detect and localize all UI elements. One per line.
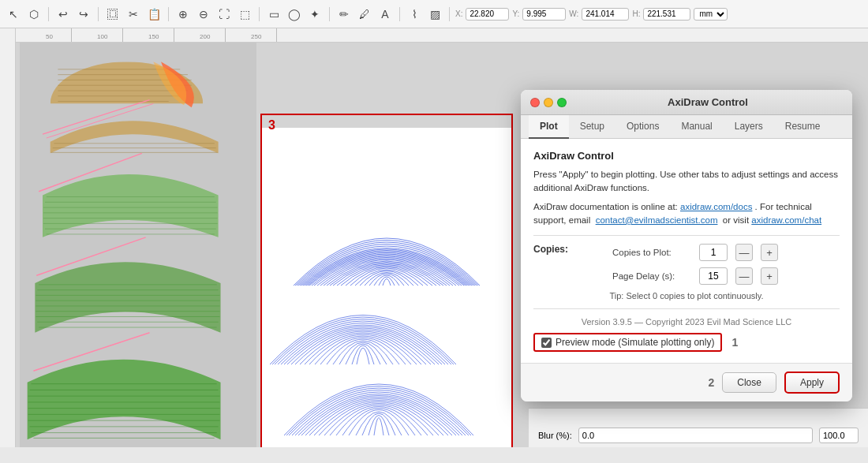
main-area: 50 100 150 200 250 bbox=[0, 28, 868, 447]
dialog-tabs: Plot Setup Options Manual Layers Resume bbox=[521, 115, 852, 139]
page-delay-input[interactable] bbox=[699, 267, 728, 285]
close-button[interactable]: Close bbox=[722, 372, 776, 393]
tip-text: Tip: Select 0 copies to plot continuousl… bbox=[533, 291, 840, 301]
copy-icon[interactable]: ⿴ bbox=[104, 6, 122, 23]
y-input[interactable] bbox=[522, 8, 566, 21]
copies-decrease-button[interactable]: — bbox=[735, 244, 753, 261]
preview-checkbox[interactable] bbox=[541, 338, 552, 348]
ruler-tick-50 bbox=[71, 28, 72, 42]
path-tool-icon[interactable]: ⌇ bbox=[406, 6, 423, 23]
tab-setup[interactable]: Setup bbox=[569, 115, 615, 139]
ruler-tick-250 bbox=[276, 28, 277, 42]
blur-panel: Blur (%): bbox=[529, 408, 868, 447]
canvas-area: 3 AxiDraw Control Plot Setup Options Man… bbox=[16, 43, 868, 447]
cut-icon[interactable]: ✂ bbox=[125, 6, 142, 23]
apply-button[interactable]: Apply bbox=[784, 372, 840, 394]
dialog-divider-1 bbox=[533, 235, 840, 236]
tab-resume[interactable]: Resume bbox=[774, 115, 832, 139]
delay-decrease-button[interactable]: — bbox=[735, 267, 753, 285]
ruler-tick-100 bbox=[122, 28, 123, 42]
x-input[interactable] bbox=[466, 8, 509, 21]
delay-increase-button[interactable]: + bbox=[761, 267, 778, 285]
dialog-description-2: AxiDraw documentation is online at: axid… bbox=[533, 200, 840, 228]
selection-annotation: 3 bbox=[268, 118, 275, 133]
dialog-minimize-button[interactable] bbox=[544, 98, 553, 107]
toolbar-separator-6 bbox=[399, 7, 400, 21]
gradient-tool-icon[interactable]: ▨ bbox=[426, 6, 443, 23]
selection-box: 3 bbox=[260, 114, 513, 447]
redo-icon[interactable]: ↪ bbox=[75, 6, 92, 23]
left-artwork bbox=[16, 43, 260, 447]
toolbar-separator-5 bbox=[329, 7, 330, 21]
rect-tool-icon[interactable]: ▭ bbox=[265, 6, 282, 23]
ruler-mark-150: 150 bbox=[148, 33, 159, 40]
annotation-2: 2 bbox=[708, 376, 714, 389]
zoom-in-icon[interactable]: ⊕ bbox=[174, 6, 192, 23]
copies-to-plot-row: Copies to Plot: — + bbox=[612, 244, 778, 261]
tab-manual[interactable]: Manual bbox=[670, 115, 723, 139]
docs-link[interactable]: axidraw.com/docs bbox=[680, 202, 752, 211]
ruler-tick-150 bbox=[174, 28, 174, 42]
chat-link[interactable]: axidraw.com/chat bbox=[751, 215, 821, 225]
zoom-select-icon[interactable]: ⬚ bbox=[236, 6, 253, 23]
circle-tool-icon[interactable]: ◯ bbox=[286, 6, 303, 23]
toolbar-separator-7 bbox=[449, 7, 450, 21]
node-tool-icon[interactable]: ⬡ bbox=[25, 6, 43, 23]
text-tool-icon[interactable]: A bbox=[376, 6, 394, 23]
dialog-maximize-button[interactable] bbox=[557, 98, 567, 107]
version-text: Version 3.9.5 — Copyright 2023 Evil Mad … bbox=[533, 317, 840, 327]
axidraw-dialog: AxiDraw Control Plot Setup Options Manua… bbox=[521, 90, 852, 401]
x-label: X: bbox=[455, 9, 462, 18]
h-input[interactable] bbox=[643, 8, 690, 21]
unit-selector[interactable]: mm px in bbox=[694, 8, 728, 21]
pen-tool-icon[interactable]: 🖊 bbox=[356, 6, 373, 23]
email-link[interactable]: contact@evilmadscientist.com bbox=[596, 215, 718, 225]
ruler-mark-250: 250 bbox=[251, 33, 261, 40]
ruler-mark-100: 100 bbox=[97, 33, 107, 40]
zoom-out-icon[interactable]: ⊖ bbox=[195, 6, 212, 23]
dialog-section-title: AxiDraw Control bbox=[533, 150, 840, 162]
main-toolbar: ↖ ⬡ ↩ ↪ ⿴ ✂ 📋 ⊕ ⊖ ⛶ ⬚ ▭ ◯ ✦ ✏ 🖊 A ⌇ ▨ X:… bbox=[0, 0, 868, 28]
dialog-title: AxiDraw Control bbox=[573, 96, 843, 108]
dialog-body: AxiDraw Control Press "Apply" to begin p… bbox=[521, 139, 852, 363]
pencil-tool-icon[interactable]: ✏ bbox=[335, 6, 353, 23]
dialog-titlebar: AxiDraw Control bbox=[521, 90, 852, 115]
horizontal-ruler: 50 100 150 200 250 bbox=[16, 28, 868, 43]
copies-to-plot-label: Copies to Plot: bbox=[612, 248, 691, 257]
copies-to-plot-input[interactable] bbox=[699, 244, 728, 261]
ruler-mark-200: 200 bbox=[200, 33, 210, 40]
copies-section: Copies: Copies to Plot: — + Page Delay (… bbox=[533, 244, 840, 285]
tab-options[interactable]: Options bbox=[615, 115, 670, 139]
tab-plot[interactable]: Plot bbox=[529, 115, 569, 139]
annotation-1: 1 bbox=[731, 336, 738, 349]
undo-icon[interactable]: ↩ bbox=[54, 6, 72, 23]
blur-input[interactable] bbox=[578, 428, 813, 443]
vertical-ruler bbox=[0, 28, 16, 447]
toolbar-separator-4 bbox=[259, 7, 260, 21]
preview-row: Preview mode (Simulate plotting only) 1 bbox=[533, 333, 840, 352]
paste-icon[interactable]: 📋 bbox=[145, 6, 163, 23]
tab-layers[interactable]: Layers bbox=[724, 115, 774, 139]
copies-increase-button[interactable]: + bbox=[761, 244, 778, 261]
zoom-fit-icon[interactable]: ⛶ bbox=[215, 6, 233, 23]
ruler-mark-50: 50 bbox=[46, 33, 53, 40]
ruler-tick-200 bbox=[225, 28, 226, 42]
dialog-close-button[interactable] bbox=[530, 98, 540, 107]
y-label: Y: bbox=[512, 9, 519, 18]
dialog-divider-2 bbox=[533, 308, 840, 309]
w-label: W: bbox=[569, 9, 578, 18]
dialog-description-1: Press "Apply" to begin plotting. Use oth… bbox=[533, 168, 840, 196]
star-tool-icon[interactable]: ✦ bbox=[306, 6, 324, 23]
traffic-lights bbox=[530, 98, 567, 107]
dialog-footer: 2 Close Apply bbox=[521, 363, 852, 401]
w-input[interactable] bbox=[582, 8, 629, 21]
copies-controls: Copies to Plot: — + Page Delay (s): — + bbox=[597, 244, 778, 285]
select-tool-icon[interactable]: ↖ bbox=[5, 6, 22, 23]
blur-label: Blur (%): bbox=[538, 431, 572, 440]
toolbar-separator-2 bbox=[98, 7, 99, 21]
toolbar-separator-3 bbox=[168, 7, 169, 21]
preview-label[interactable]: Preview mode (Simulate plotting only) bbox=[556, 337, 714, 348]
opacity-input[interactable] bbox=[819, 428, 859, 443]
preview-checkbox-wrapper: Preview mode (Simulate plotting only) bbox=[533, 333, 722, 352]
h-label: H: bbox=[632, 9, 640, 18]
